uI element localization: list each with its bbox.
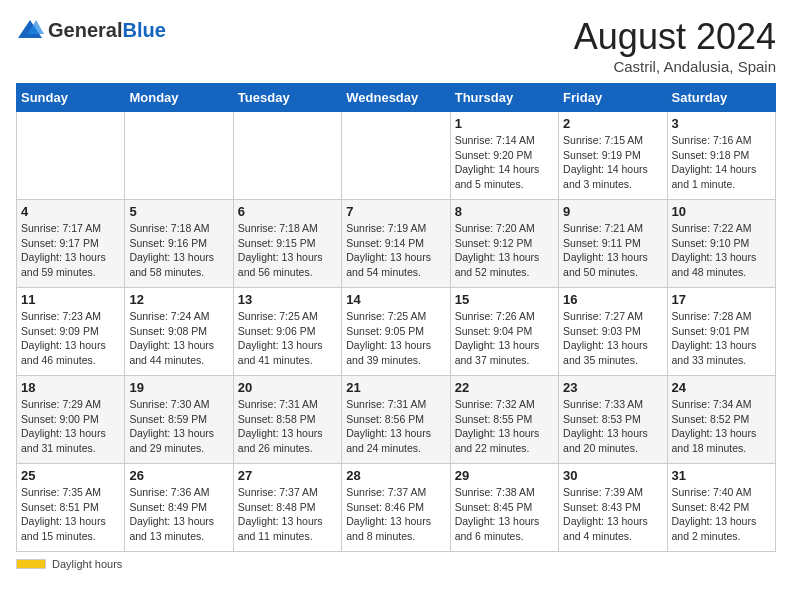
day-info: Sunrise: 7:16 AM Sunset: 9:18 PM Dayligh… [672,133,771,192]
calendar-cell: 22Sunrise: 7:32 AM Sunset: 8:55 PM Dayli… [450,376,558,464]
day-number: 1 [455,116,554,131]
day-info: Sunrise: 7:25 AM Sunset: 9:05 PM Dayligh… [346,309,445,368]
day-info: Sunrise: 7:18 AM Sunset: 9:15 PM Dayligh… [238,221,337,280]
day-info: Sunrise: 7:28 AM Sunset: 9:01 PM Dayligh… [672,309,771,368]
calendar-cell: 2Sunrise: 7:15 AM Sunset: 9:19 PM Daylig… [559,112,667,200]
day-info: Sunrise: 7:30 AM Sunset: 8:59 PM Dayligh… [129,397,228,456]
calendar-cell: 1Sunrise: 7:14 AM Sunset: 9:20 PM Daylig… [450,112,558,200]
calendar-cell: 5Sunrise: 7:18 AM Sunset: 9:16 PM Daylig… [125,200,233,288]
day-info: Sunrise: 7:22 AM Sunset: 9:10 PM Dayligh… [672,221,771,280]
calendar-week-row: 11Sunrise: 7:23 AM Sunset: 9:09 PM Dayli… [17,288,776,376]
day-info: Sunrise: 7:15 AM Sunset: 9:19 PM Dayligh… [563,133,662,192]
day-info: Sunrise: 7:33 AM Sunset: 8:53 PM Dayligh… [563,397,662,456]
day-number: 14 [346,292,445,307]
logo-blue-text: Blue [122,20,165,40]
calendar-cell: 29Sunrise: 7:38 AM Sunset: 8:45 PM Dayli… [450,464,558,552]
day-info: Sunrise: 7:18 AM Sunset: 9:16 PM Dayligh… [129,221,228,280]
day-number: 22 [455,380,554,395]
day-number: 15 [455,292,554,307]
day-info: Sunrise: 7:19 AM Sunset: 9:14 PM Dayligh… [346,221,445,280]
calendar-cell: 15Sunrise: 7:26 AM Sunset: 9:04 PM Dayli… [450,288,558,376]
calendar-cell: 30Sunrise: 7:39 AM Sunset: 8:43 PM Dayli… [559,464,667,552]
day-number: 5 [129,204,228,219]
calendar-cell: 10Sunrise: 7:22 AM Sunset: 9:10 PM Dayli… [667,200,775,288]
weekday-header-monday: Monday [125,84,233,112]
calendar-cell: 20Sunrise: 7:31 AM Sunset: 8:58 PM Dayli… [233,376,341,464]
weekday-row: SundayMondayTuesdayWednesdayThursdayFrid… [17,84,776,112]
location: Castril, Andalusia, Spain [574,58,776,75]
day-number: 19 [129,380,228,395]
day-number: 27 [238,468,337,483]
calendar-header: SundayMondayTuesdayWednesdayThursdayFrid… [17,84,776,112]
day-info: Sunrise: 7:25 AM Sunset: 9:06 PM Dayligh… [238,309,337,368]
calendar-cell: 14Sunrise: 7:25 AM Sunset: 9:05 PM Dayli… [342,288,450,376]
day-number: 12 [129,292,228,307]
day-info: Sunrise: 7:37 AM Sunset: 8:46 PM Dayligh… [346,485,445,544]
weekday-header-friday: Friday [559,84,667,112]
weekday-header-saturday: Saturday [667,84,775,112]
day-number: 20 [238,380,337,395]
weekday-header-wednesday: Wednesday [342,84,450,112]
calendar-cell: 17Sunrise: 7:28 AM Sunset: 9:01 PM Dayli… [667,288,775,376]
day-number: 29 [455,468,554,483]
day-number: 10 [672,204,771,219]
day-number: 28 [346,468,445,483]
logo: GeneralBlue [16,16,166,44]
day-info: Sunrise: 7:14 AM Sunset: 9:20 PM Dayligh… [455,133,554,192]
calendar-cell: 28Sunrise: 7:37 AM Sunset: 8:46 PM Dayli… [342,464,450,552]
day-number: 11 [21,292,120,307]
day-info: Sunrise: 7:36 AM Sunset: 8:49 PM Dayligh… [129,485,228,544]
calendar-cell: 13Sunrise: 7:25 AM Sunset: 9:06 PM Dayli… [233,288,341,376]
daylight-label: Daylight hours [52,558,122,570]
day-number: 17 [672,292,771,307]
day-info: Sunrise: 7:38 AM Sunset: 8:45 PM Dayligh… [455,485,554,544]
day-number: 26 [129,468,228,483]
day-number: 9 [563,204,662,219]
calendar-cell: 27Sunrise: 7:37 AM Sunset: 8:48 PM Dayli… [233,464,341,552]
day-number: 18 [21,380,120,395]
page-header: GeneralBlue August 2024 Castril, Andalus… [16,16,776,75]
day-info: Sunrise: 7:23 AM Sunset: 9:09 PM Dayligh… [21,309,120,368]
day-info: Sunrise: 7:39 AM Sunset: 8:43 PM Dayligh… [563,485,662,544]
day-number: 8 [455,204,554,219]
calendar-cell: 6Sunrise: 7:18 AM Sunset: 9:15 PM Daylig… [233,200,341,288]
calendar-week-row: 1Sunrise: 7:14 AM Sunset: 9:20 PM Daylig… [17,112,776,200]
calendar-week-row: 18Sunrise: 7:29 AM Sunset: 9:00 PM Dayli… [17,376,776,464]
day-number: 30 [563,468,662,483]
day-info: Sunrise: 7:31 AM Sunset: 8:58 PM Dayligh… [238,397,337,456]
calendar-week-row: 25Sunrise: 7:35 AM Sunset: 8:51 PM Dayli… [17,464,776,552]
calendar-week-row: 4Sunrise: 7:17 AM Sunset: 9:17 PM Daylig… [17,200,776,288]
calendar-body: 1Sunrise: 7:14 AM Sunset: 9:20 PM Daylig… [17,112,776,552]
calendar-cell: 3Sunrise: 7:16 AM Sunset: 9:18 PM Daylig… [667,112,775,200]
day-number: 21 [346,380,445,395]
day-info: Sunrise: 7:21 AM Sunset: 9:11 PM Dayligh… [563,221,662,280]
calendar-cell: 24Sunrise: 7:34 AM Sunset: 8:52 PM Dayli… [667,376,775,464]
day-number: 7 [346,204,445,219]
day-info: Sunrise: 7:34 AM Sunset: 8:52 PM Dayligh… [672,397,771,456]
calendar-cell: 4Sunrise: 7:17 AM Sunset: 9:17 PM Daylig… [17,200,125,288]
day-number: 4 [21,204,120,219]
calendar-cell [125,112,233,200]
daylight-bar-icon [16,559,46,569]
calendar-cell: 21Sunrise: 7:31 AM Sunset: 8:56 PM Dayli… [342,376,450,464]
calendar-cell [17,112,125,200]
day-number: 31 [672,468,771,483]
day-number: 16 [563,292,662,307]
day-info: Sunrise: 7:26 AM Sunset: 9:04 PM Dayligh… [455,309,554,368]
day-info: Sunrise: 7:31 AM Sunset: 8:56 PM Dayligh… [346,397,445,456]
day-info: Sunrise: 7:20 AM Sunset: 9:12 PM Dayligh… [455,221,554,280]
day-info: Sunrise: 7:27 AM Sunset: 9:03 PM Dayligh… [563,309,662,368]
calendar-cell: 11Sunrise: 7:23 AM Sunset: 9:09 PM Dayli… [17,288,125,376]
day-number: 2 [563,116,662,131]
weekday-header-thursday: Thursday [450,84,558,112]
calendar-cell: 16Sunrise: 7:27 AM Sunset: 9:03 PM Dayli… [559,288,667,376]
calendar-cell: 26Sunrise: 7:36 AM Sunset: 8:49 PM Dayli… [125,464,233,552]
calendar-cell: 9Sunrise: 7:21 AM Sunset: 9:11 PM Daylig… [559,200,667,288]
day-number: 13 [238,292,337,307]
weekday-header-tuesday: Tuesday [233,84,341,112]
calendar-cell: 19Sunrise: 7:30 AM Sunset: 8:59 PM Dayli… [125,376,233,464]
logo-icon [16,16,44,44]
day-info: Sunrise: 7:37 AM Sunset: 8:48 PM Dayligh… [238,485,337,544]
calendar-cell: 18Sunrise: 7:29 AM Sunset: 9:00 PM Dayli… [17,376,125,464]
calendar-cell: 12Sunrise: 7:24 AM Sunset: 9:08 PM Dayli… [125,288,233,376]
